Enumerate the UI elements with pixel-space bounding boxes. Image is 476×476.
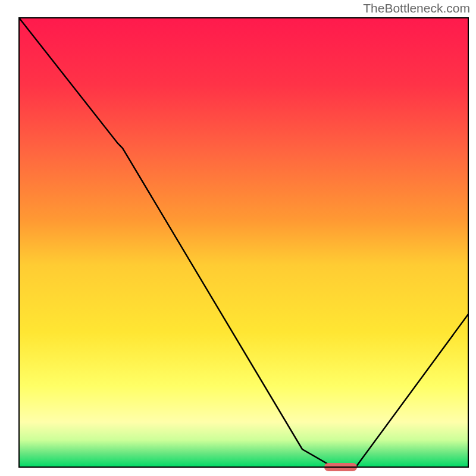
bottleneck-chart [0, 0, 476, 476]
heat-gradient-background [19, 18, 468, 467]
watermark-text: TheBottleneck.com [363, 1, 470, 15]
